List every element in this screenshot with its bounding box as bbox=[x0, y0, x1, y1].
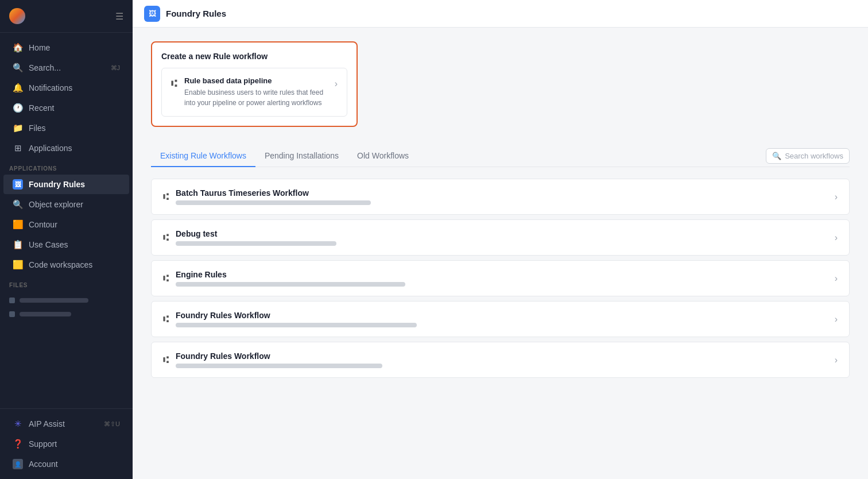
sidebar-item-files[interactable]: 📁 Files bbox=[3, 118, 129, 138]
chevron-right-icon: › bbox=[835, 233, 838, 243]
use-cases-icon: 📋 bbox=[13, 240, 23, 250]
workflow-name: Batch Taurus Timeseries Workflow bbox=[176, 188, 828, 198]
workflow-desc-bar bbox=[176, 323, 417, 327]
contour-icon: 🟧 bbox=[13, 219, 23, 230]
sidebar-item-label: Foundry Rules bbox=[29, 180, 85, 189]
chevron-right-icon: › bbox=[835, 192, 838, 202]
branch-icon: ⑆ bbox=[163, 232, 169, 244]
sidebar-item-recent[interactable]: 🕐 Recent bbox=[3, 98, 129, 118]
workflow-list: ⑆ Batch Taurus Timeseries Workflow › ⑆ D… bbox=[151, 179, 850, 383]
branch-icon: ⑆ bbox=[163, 354, 169, 366]
pipeline-chevron-icon: › bbox=[335, 79, 338, 89]
search-icon: 🔍 bbox=[772, 152, 781, 160]
workflow-name: Foundry Rules Workflow bbox=[176, 311, 828, 320]
object-explorer-icon: 🔍 bbox=[13, 199, 23, 210]
files-item-1[interactable] bbox=[9, 295, 123, 306]
sidebar-item-account[interactable]: 👤 Account bbox=[3, 454, 129, 474]
sidebar-item-shortcut: ⌘J bbox=[111, 64, 121, 72]
search-box[interactable]: 🔍 Search workflows bbox=[766, 148, 850, 164]
topbar-icon: 🖼 bbox=[144, 6, 160, 22]
tab-pending-installations[interactable]: Pending Installations bbox=[255, 145, 348, 167]
applications-icon: ⊞ bbox=[13, 143, 23, 153]
file-icon-2 bbox=[9, 311, 15, 317]
pipeline-name: Rule based data pipeline bbox=[184, 76, 328, 85]
sidebar-item-label: Account bbox=[29, 459, 58, 469]
recent-icon: 🕐 bbox=[13, 103, 23, 113]
section-applications-label: APPLICATIONS bbox=[0, 159, 133, 174]
pipeline-icon: ⑆ bbox=[171, 78, 177, 90]
branch-icon: ⑆ bbox=[163, 191, 169, 203]
sidebar-item-label: AIP Assist bbox=[29, 419, 65, 428]
sidebar-item-search[interactable]: 🔍 Search... ⌘J bbox=[3, 58, 129, 78]
sidebar-item-label: Object explorer bbox=[29, 200, 83, 209]
sidebar-item-label: Notifications bbox=[29, 83, 72, 92]
search-container: 🔍 Search workflows bbox=[766, 148, 850, 164]
workflow-item[interactable]: ⑆ Batch Taurus Timeseries Workflow › bbox=[151, 179, 850, 215]
foundry-rules-icon: 🖼 bbox=[13, 179, 23, 190]
sidebar-item-label: Code workspaces bbox=[29, 260, 92, 269]
workflow-item[interactable]: ⑆ Engine Rules › bbox=[151, 260, 850, 296]
page-title: Foundry Rules bbox=[166, 9, 226, 18]
workflow-item[interactable]: ⑆ Debug test › bbox=[151, 219, 850, 256]
topbar: 🖼 Foundry Rules bbox=[133, 0, 868, 28]
main-content: 🖼 Foundry Rules Create a new Rule workfl… bbox=[133, 0, 868, 479]
workflow-item[interactable]: ⑆ Foundry Rules Workflow › bbox=[151, 342, 850, 378]
create-workflow-card: Create a new Rule workflow ⑆ Rule based … bbox=[151, 41, 358, 127]
sidebar-shortcut: ⌘⇧U bbox=[104, 420, 120, 428]
file-icon-1 bbox=[9, 298, 15, 303]
workflow-desc-bar bbox=[176, 241, 336, 246]
home-icon: 🏠 bbox=[13, 43, 23, 53]
file-bar-1 bbox=[20, 298, 88, 303]
sidebar-toggle-icon[interactable]: ☰ bbox=[115, 11, 123, 22]
sidebar-item-applications[interactable]: ⊞ Applications bbox=[3, 138, 129, 158]
account-icon: 👤 bbox=[13, 459, 23, 469]
content-area: Create a new Rule workflow ⑆ Rule based … bbox=[133, 28, 868, 479]
sidebar-item-foundry-rules[interactable]: 🖼 Foundry Rules bbox=[3, 175, 129, 194]
section-files-label: FILES bbox=[0, 275, 133, 291]
workflow-desc-bar bbox=[176, 364, 382, 368]
branch-icon: ⑆ bbox=[163, 273, 169, 284]
sidebar-item-support[interactable]: ❓ Support bbox=[3, 434, 129, 454]
sidebar-bottom: ✳ AIP Assist ⌘⇧U ❓ Support 👤 Account bbox=[0, 408, 133, 479]
tab-old-workflows[interactable]: Old Workflows bbox=[348, 145, 418, 167]
logo bbox=[9, 8, 25, 24]
workflow-info: Engine Rules bbox=[176, 270, 828, 287]
workflow-name: Foundry Rules Workflow bbox=[176, 351, 828, 361]
files-item-2[interactable] bbox=[9, 309, 123, 319]
sidebar-item-notifications[interactable]: 🔔 Notifications bbox=[3, 78, 129, 98]
workflow-info: Debug test bbox=[176, 229, 828, 246]
pipeline-option[interactable]: ⑆ Rule based data pipeline Enable busine… bbox=[161, 68, 347, 117]
sidebar-item-label: Files bbox=[29, 123, 46, 133]
sidebar-nav: 🏠 Home 🔍 Search... ⌘J 🔔 Notifications 🕐 … bbox=[0, 33, 133, 408]
sidebar-item-aip-assist[interactable]: ✳ AIP Assist ⌘⇧U bbox=[3, 414, 129, 434]
workflow-desc-bar bbox=[176, 200, 371, 205]
sidebar-item-label: Home bbox=[29, 43, 50, 52]
sidebar: ☰ 🏠 Home 🔍 Search... ⌘J 🔔 Notifications … bbox=[0, 0, 133, 479]
sidebar-item-object-explorer[interactable]: 🔍 Object explorer bbox=[3, 195, 129, 214]
file-bar-2 bbox=[20, 312, 71, 316]
sidebar-item-label: Use Cases bbox=[29, 240, 68, 249]
aip-assist-icon: ✳ bbox=[13, 419, 23, 429]
code-workspaces-icon: 🟨 bbox=[13, 260, 23, 270]
sidebar-item-contour[interactable]: 🟧 Contour bbox=[3, 215, 129, 234]
branch-icon: ⑆ bbox=[163, 314, 169, 325]
sidebar-item-label: Support bbox=[29, 439, 57, 449]
files-section bbox=[0, 291, 133, 324]
workflow-name: Engine Rules bbox=[176, 270, 828, 279]
sidebar-item-use-cases[interactable]: 📋 Use Cases bbox=[3, 235, 129, 254]
sidebar-item-label: Recent bbox=[29, 103, 54, 113]
search-icon: 🔍 bbox=[13, 63, 23, 73]
sidebar-item-code-workspaces[interactable]: 🟨 Code workspaces bbox=[3, 255, 129, 275]
chevron-right-icon: › bbox=[835, 355, 838, 365]
files-icon: 📁 bbox=[13, 123, 23, 133]
create-workflow-title: Create a new Rule workflow bbox=[161, 52, 347, 61]
tabs-container: Existing Rule Workflows Pending Installa… bbox=[151, 145, 850, 167]
workflow-info: Foundry Rules Workflow bbox=[176, 311, 828, 327]
workflow-item[interactable]: ⑆ Foundry Rules Workflow › bbox=[151, 301, 850, 337]
tab-existing-rule-workflows[interactable]: Existing Rule Workflows bbox=[151, 145, 255, 167]
notifications-icon: 🔔 bbox=[13, 83, 23, 93]
sidebar-item-label: Contour bbox=[29, 220, 57, 229]
support-icon: ❓ bbox=[13, 439, 23, 449]
sidebar-item-label: Applications bbox=[29, 144, 72, 153]
sidebar-item-home[interactable]: 🏠 Home bbox=[3, 38, 129, 57]
